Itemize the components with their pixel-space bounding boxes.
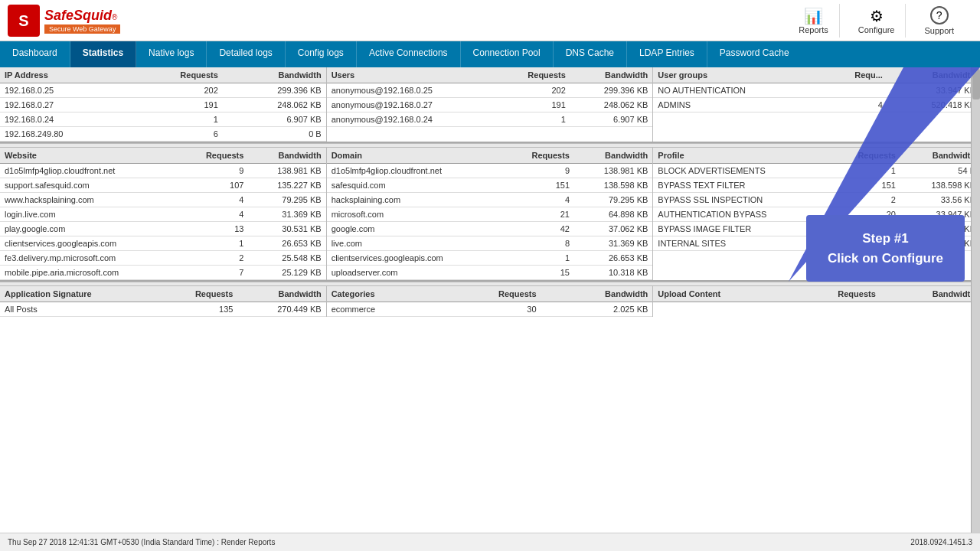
table-cell: BLOCK ADVERTISEMENTS (653, 164, 830, 178)
table-cell: fe3.delivery.mp.microsoft.com (0, 251, 180, 266)
table-cell: 21 (505, 207, 574, 222)
table-row: google.com4237.062 KB (327, 222, 653, 236)
table-row: ecommerce302.025 KB (327, 302, 653, 317)
tab-active-connections[interactable]: Active Connections (357, 41, 461, 67)
table-cell: 30.531 KB (248, 222, 325, 236)
bot-tables-row: Application Signature Requests Bandwidth… (0, 286, 980, 317)
support-icon: ? (930, 6, 949, 24)
tab-config-logs[interactable]: Config logs (286, 41, 357, 67)
table-cell: anonymous@192.168.0.25 (327, 83, 498, 98)
support-action[interactable]: ? Support (913, 3, 965, 38)
table-cell: 9 (180, 164, 249, 178)
table-cell: 2 (180, 251, 249, 266)
tab-password-cache[interactable]: Password Cache (707, 41, 802, 67)
statusbar-version: 2018.0924.1451.3 (910, 538, 972, 546)
upload-content-bandwidth-header: Bandwidth (880, 286, 980, 302)
statusbar-timestamp: Thu Sep 27 2018 12:41:31 GMT+0530 (India… (8, 538, 275, 546)
table-cell: play.google.com (0, 222, 180, 236)
domain-requests-header: Requests (505, 148, 574, 164)
table-row: BYPASS SSL INSPECTION233.56 KB (653, 193, 980, 207)
table-cell: 1 (830, 164, 900, 178)
header: S SafeSquid ® Secure Web Gateway 📊 Repor… (0, 0, 980, 41)
table-cell: 138.598 KB (574, 178, 652, 193)
logo-icon: S (8, 5, 40, 37)
table-cell: 13 (180, 222, 249, 236)
table-row: login.live.com431.369 KB (0, 207, 326, 222)
domain-bandwidth-header: Bandwidth (574, 148, 652, 164)
table-cell: 25.548 KB (248, 251, 325, 266)
profile-requests-header: Requests (830, 148, 900, 164)
table-cell: 7 (180, 266, 249, 280)
table-cell: 135 (159, 302, 237, 317)
table-cell: 202 (132, 83, 223, 98)
table-cell: 248.062 KB (223, 98, 326, 112)
users-requests-header: Requests (498, 67, 570, 83)
table-cell: 1 (132, 112, 223, 127)
tab-detailed-logs[interactable]: Detailed logs (207, 41, 285, 67)
user-groups-header: User groups (653, 67, 822, 83)
table-cell: 9 (505, 164, 574, 178)
table-row: fe3.delivery.mp.microsoft.com225.548 KB (0, 251, 326, 266)
table-cell: INTERNAL SITES (653, 236, 830, 251)
categories-section: Categories Requests Bandwidth ecommerce3… (327, 286, 654, 317)
app-sig-requests-header: Requests (159, 286, 237, 302)
table-cell: 1 (498, 112, 570, 127)
tab-ldap-entries[interactable]: LDAP Entries (627, 41, 707, 67)
table-cell: 16 (830, 236, 900, 251)
tab-statistics[interactable]: Statistics (70, 41, 136, 67)
table-cell: 520.418 KB (887, 98, 980, 112)
table-cell: 12.2 KB (900, 236, 980, 251)
table-row: 192.168.249.8060 B (0, 127, 326, 142)
tab-dashboard[interactable]: Dashboard (0, 41, 70, 67)
table-row: d1o5lmfp4gliop.cloudfront.net9138.981 KB (0, 164, 326, 178)
configure-action[interactable]: ⚙ Configure (848, 4, 906, 37)
table-cell: 10.318 KB (574, 266, 652, 280)
table-cell: 270.449 KB (237, 302, 325, 317)
table-cell: 138.981 KB (248, 164, 325, 178)
ip-address-section: IP Address Requests Bandwidth 192.168.0.… (0, 67, 327, 142)
tab-native-logs[interactable]: Native logs (136, 41, 207, 67)
table-cell: 33.947 KB (900, 207, 980, 222)
table-cell: 33.56 KB (900, 193, 980, 207)
table-row: BYPASS TEXT FILTER151138.598 KB (653, 178, 980, 193)
statusbar: Thu Sep 27 2018 12:41:31 GMT+0530 (India… (0, 533, 980, 551)
table-cell: uploadserver.com (327, 266, 505, 280)
table-cell: 191 (498, 98, 570, 112)
table-cell: anonymous@192.168.0.24 (327, 112, 498, 127)
ip-bandwidth-header: Bandwidth (223, 67, 326, 83)
table-cell: 1 (505, 251, 574, 266)
logo-tagline: Secure Web Gateway (44, 24, 120, 34)
website-bandwidth-header: Bandwidth (248, 148, 325, 164)
table-row: NO AUTHENTICATION33.947 KB (653, 83, 980, 98)
table-cell: BYPASS IMAGE FILTER (653, 222, 830, 236)
table-cell: d1o5lmfp4gliop.cloudfront.net (0, 164, 180, 178)
table-cell: 299.396 KB (223, 83, 326, 98)
support-label: Support (924, 26, 954, 35)
table-cell: 20 (830, 207, 900, 222)
user-groups-bandwidth-header: Bandwidth (887, 67, 980, 83)
table-cell: 2.025 KB (541, 302, 653, 317)
tab-connection-pool[interactable]: Connection Pool (461, 41, 554, 67)
table-cell: 151 (505, 178, 574, 193)
table-row: BLOCK ADVERTISEMENTS154 B (653, 164, 980, 178)
website-section: Website Requests Bandwidth d1o5lmfp4glio… (0, 148, 327, 280)
table-cell: 191 (132, 98, 223, 112)
website-header: Website (0, 148, 180, 164)
reports-action[interactable]: 📊 Reports (788, 4, 840, 37)
table-cell: support.safesquid.com (0, 178, 180, 193)
tab-dns-cache[interactable]: DNS Cache (554, 41, 627, 67)
app-sig-header: Application Signature (0, 286, 159, 302)
table-cell: 192.168.0.25 (0, 83, 132, 98)
scrollbar[interactable] (971, 67, 980, 533)
table-cell: 30 (440, 302, 541, 317)
header-actions: 📊 Reports ⚙ Configure ? Support (788, 3, 980, 38)
table-cell: 0 B (223, 127, 326, 142)
table-cell: AUTHENTICATION BYPASS (653, 207, 830, 222)
table-cell: NO AUTHENTICATION (653, 83, 822, 98)
upload-content-header: Upload Content (653, 286, 790, 302)
table-row: www.hacksplaining.com479.295 KB (0, 193, 326, 207)
table-cell: 192.168.0.24 (0, 112, 132, 127)
table-row: play.google.com1330.531 KB (0, 222, 326, 236)
table-cell: ecommerce (327, 302, 440, 317)
table-row: microsoft.com2164.898 KB (327, 207, 653, 222)
